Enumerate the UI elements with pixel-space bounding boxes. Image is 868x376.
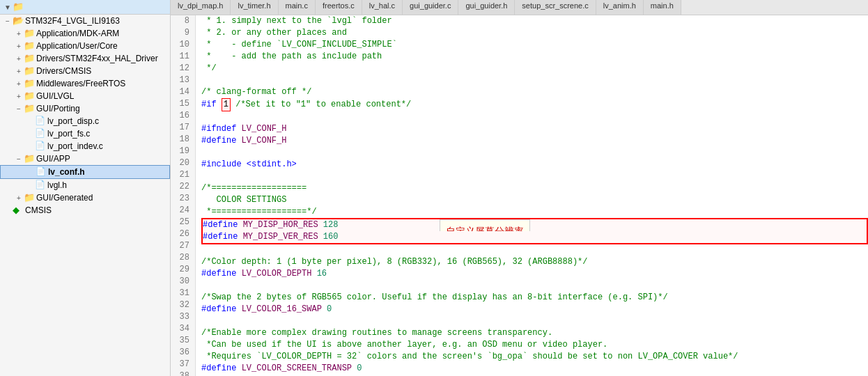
sidebar-item-gui_porting[interactable]: −📁GUI/Porting xyxy=(0,102,170,115)
sidebar-item-root[interactable]: −📂STM32F4_LVGL_ILI9163 xyxy=(0,15,170,27)
line-number-19: 19 xyxy=(171,146,192,157)
code-line-13 xyxy=(201,75,868,86)
folder-icon: 📁 xyxy=(24,153,35,164)
sidebar-item-lv_port_fs[interactable]: 📄lv_port_fs.c xyxy=(0,127,170,140)
item-label-middlewares: Middlewares/FreeRTOS xyxy=(36,79,125,88)
sidebar-item-gui_generated[interactable]: +📁GUI/Generated xyxy=(0,191,170,204)
line-number-26: 26 xyxy=(171,228,192,240)
code-line-10: * - define `LV_CONF_INCLUDE_SIMPLE` xyxy=(201,39,868,51)
sidebar-item-app_user[interactable]: +📁Application/User/Core xyxy=(0,40,170,52)
project-root-item[interactable]: ▼ 📁 xyxy=(0,0,170,15)
sidebar-item-lv_port_indev[interactable]: 📄lv_port_indev.c xyxy=(0,140,170,152)
line-number-9: 9 xyxy=(171,27,192,39)
code-line-37: #define LV_COLOR_SCREEN_TRANSP 0 xyxy=(201,363,868,375)
line-number-21: 21 xyxy=(171,169,192,181)
file-tree: −📂STM32F4_LVGL_ILI9163+📁Application/MDK-… xyxy=(0,15,170,217)
sidebar-item-cmsis[interactable]: ◆CMSIS xyxy=(0,204,170,217)
project-expander: ▼ xyxy=(3,3,13,11)
code-editor[interactable]: 8910111213141516171819202122232425262728… xyxy=(171,15,868,376)
item-label-app_mdk: Application/MDK-ARM xyxy=(36,29,119,38)
code-line-15: #if 1 /*Set it to "1" to enable content*… xyxy=(201,98,868,111)
folder-icon: 📁 xyxy=(24,40,35,52)
code-preprocessor: #if xyxy=(201,99,222,111)
expander-gui_porting: − xyxy=(14,105,24,113)
expander-gui_generated: + xyxy=(14,194,24,202)
tab-8[interactable]: lv_anim.h xyxy=(596,0,644,15)
sidebar-item-middlewares[interactable]: +📁Middlewares/FreeRTOS xyxy=(0,77,170,90)
code-line-24: *===================*/ xyxy=(201,206,868,218)
folder-icon: 📁 xyxy=(24,28,35,39)
line-number-16: 16 xyxy=(171,110,192,122)
tab-3[interactable]: freertos.c xyxy=(316,0,362,15)
code-comment: /*Swap the 2 bytes of RGB565 color. Usef… xyxy=(201,292,668,304)
code-preprocessor: #define xyxy=(201,304,236,315)
code-line-31: /*Swap the 2 bytes of RGB565 color. Usef… xyxy=(201,292,868,304)
code-line-34: /*Enable more complex drawing routines t… xyxy=(201,327,868,339)
code-comment: *===================*/ xyxy=(201,206,317,218)
sidebar-item-app_mdk[interactable]: +📁Application/MDK-ARM xyxy=(0,27,170,40)
item-label-root: STM32F4_LVGL_ILI9163 xyxy=(25,16,120,26)
code-comment: /*Set it to "1" to enable content*/ xyxy=(231,99,411,111)
expander-middlewares: + xyxy=(14,80,24,88)
tab-1[interactable]: lv_timer.h xyxy=(231,0,278,15)
sidebar-item-lv_conf[interactable]: 📄lv_conf.h xyxy=(0,165,170,179)
tab-6[interactable]: gui_guider.h xyxy=(458,0,515,15)
line-number-27: 27 xyxy=(171,240,192,252)
line-number-35: 35 xyxy=(171,335,192,347)
code-line-11: * - add the path as include path xyxy=(201,51,868,63)
code-comment: /*Enable more complex drawing routines t… xyxy=(201,327,552,339)
tab-4[interactable]: lv_hal.c xyxy=(362,0,403,15)
editor-content: 8910111213141516171819202122232425262728… xyxy=(171,15,868,376)
sidebar-item-drivers_stm[interactable]: +📁Drivers/STM32F4xx_HAL_Driver xyxy=(0,52,170,65)
code-line-35: *Can be used if the UI is above another … xyxy=(201,339,868,351)
code-line-33 xyxy=(201,315,868,327)
tab-9[interactable]: main.h xyxy=(644,0,681,15)
code-line-8: * 1. simply next to the `lvgl` folder xyxy=(201,15,868,27)
code-comment: /*=================== xyxy=(201,182,307,194)
file-icon: 📄 xyxy=(36,166,47,178)
expander-gui_lvgl: + xyxy=(14,93,24,100)
item-label-lv_port_fs: lv_port_fs.c xyxy=(47,129,90,139)
code-comment: COLOR SETTINGS xyxy=(201,194,286,206)
expander-gui_app: − xyxy=(14,155,24,163)
sidebar-item-lvgl_h[interactable]: 📄lvgl.h xyxy=(0,179,170,191)
item-label-gui_app: GUI/APP xyxy=(36,154,70,164)
code-comment: * - add the path as include path xyxy=(201,51,382,63)
expander-drivers_stm: + xyxy=(14,55,24,63)
line-number-11: 11 xyxy=(171,51,192,63)
code-line-28: /*Color depth: 1 (1 byte per pixel), 8 (… xyxy=(201,256,868,268)
item-label-lv_port_indev: lv_port_indev.c xyxy=(47,141,103,151)
item-label-cmsis: CMSIS xyxy=(25,205,52,215)
line-numbers: 8910111213141516171819202122232425262728… xyxy=(171,15,196,376)
stm-icon: 📂 xyxy=(13,15,24,26)
folder-icon: 📁 xyxy=(24,91,35,102)
code-line-21 xyxy=(201,171,868,182)
line-number-31: 31 xyxy=(171,288,192,299)
code-preprocessor: #define xyxy=(201,268,236,280)
line-number-34: 34 xyxy=(171,323,192,335)
sidebar-item-lv_port_disp[interactable]: 📄lv_port_disp.c xyxy=(0,115,170,127)
code-comment: /*Color depth: 1 (1 byte per pixel), 8 (… xyxy=(201,256,588,268)
file-icon: 📄 xyxy=(35,141,46,152)
line-number-29: 29 xyxy=(171,264,192,276)
highlighted-value: 1 xyxy=(222,98,231,111)
line-number-30: 30 xyxy=(171,276,192,288)
line-number-14: 14 xyxy=(171,86,192,98)
item-label-lv_conf: lv_conf.h xyxy=(48,167,85,177)
code-line-27 xyxy=(201,244,868,256)
tab-5[interactable]: gui_guider.c xyxy=(403,0,458,15)
expander-drivers_cmsis: + xyxy=(14,68,24,75)
tab-7[interactable]: setup_scr_screne.c xyxy=(515,0,596,15)
line-number-24: 24 xyxy=(171,205,192,217)
code-line-29: #define LV_COLOR_DEPTH 16 xyxy=(201,268,868,280)
code-line-30 xyxy=(201,280,868,292)
sidebar-item-drivers_cmsis[interactable]: +📁Drivers/CMSIS xyxy=(0,65,170,77)
sidebar-item-gui_app[interactable]: −📁GUI/APP xyxy=(0,152,170,165)
sidebar-item-gui_lvgl[interactable]: +📁GUI/LVGL xyxy=(0,90,170,102)
code-line-18: #define LV_CONF_H xyxy=(201,135,868,147)
tab-2[interactable]: main.c xyxy=(279,0,316,15)
tab-0[interactable]: lv_dpi_map.h xyxy=(171,0,231,15)
item-label-lv_port_disp: lv_port_disp.c xyxy=(47,116,99,126)
line-number-33: 33 xyxy=(171,311,192,323)
line-number-8: 8 xyxy=(171,15,192,27)
